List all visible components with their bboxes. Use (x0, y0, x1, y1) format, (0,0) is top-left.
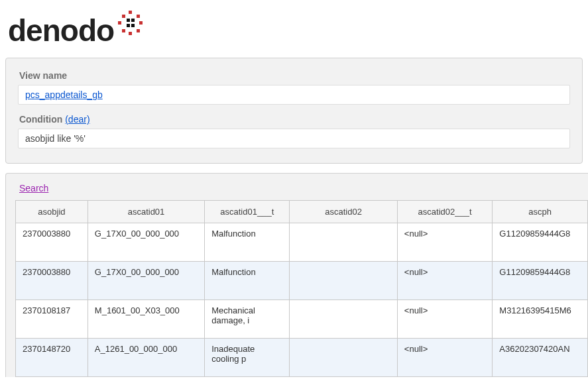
results-panel: Search asobjid ascatid01 ascatid01___t a… (5, 173, 588, 377)
cell-ascph: A36202307420AN (493, 339, 588, 377)
table-row[interactable]: 2370003880G_17X0_00_000_000Malfunction<n… (16, 262, 588, 300)
cell-ascatid02___t: <null> (397, 262, 493, 300)
table-row[interactable]: 2370003880G_17X0_00_000_000Malfunction<n… (16, 223, 588, 262)
cell-ascatid02 (290, 300, 397, 339)
view-name-value-link[interactable]: pcs_appdetails_gb (25, 89, 103, 100)
svg-rect-9 (131, 19, 135, 22)
col-asobjid[interactable]: asobjid (16, 201, 88, 223)
svg-rect-1 (137, 15, 140, 18)
condition-clear-link[interactable]: (dear) (65, 114, 89, 125)
svg-rect-8 (127, 19, 130, 22)
condition-input[interactable]: asobjid like '%' (18, 129, 570, 148)
svg-rect-6 (118, 21, 121, 25)
cell-asobjid: 2370003880 (16, 223, 88, 262)
svg-rect-10 (127, 24, 130, 27)
col-ascph[interactable]: ascph (493, 201, 588, 223)
col-ascatid01[interactable]: ascatid01 (88, 201, 204, 223)
cell-ascatid02___t: <null> (397, 300, 493, 339)
cell-ascatid02___t: <null> (397, 339, 493, 377)
cell-ascph: G11209859444G8 (493, 223, 588, 262)
cell-ascatid01: A_1261_00_000_000 (88, 339, 204, 377)
cell-ascatid02 (290, 223, 397, 262)
svg-rect-2 (139, 21, 143, 25)
results-table: asobjid ascatid01 ascatid01___t ascatid0… (15, 200, 588, 377)
cell-asobjid: 2370003880 (16, 262, 88, 300)
view-name-input[interactable]: pcs_appdetails_gb (18, 85, 570, 105)
cell-ascatid01___t: Malfunction (205, 223, 290, 262)
cell-ascatid01: G_17X0_00_000_000 (88, 223, 204, 262)
logo-block: denodo (0, 0, 588, 58)
cell-asobjid: 2370148720 (16, 339, 88, 377)
table-row[interactable]: 2370148720A_1261_00_000_000Inadequate co… (16, 339, 588, 377)
condition-value: asobjid like '%' (25, 133, 86, 144)
cell-ascatid01: M_1601_00_X03_000 (88, 300, 204, 339)
col-ascatid02[interactable]: ascatid02 (290, 201, 397, 223)
svg-rect-7 (122, 15, 125, 18)
query-panel: View name pcs_appdetails_gb Condition (d… (5, 58, 583, 164)
cell-ascatid02___t: <null> (397, 223, 493, 262)
svg-rect-5 (122, 29, 125, 32)
logo-text: denodo (8, 13, 114, 48)
cell-ascatid01___t: Mechanical damage, i (205, 300, 290, 339)
table-header-row: asobjid ascatid01 ascatid01___t ascatid0… (16, 201, 588, 223)
cell-ascph: G11209859444G8 (493, 262, 588, 300)
cell-ascph: M31216395415M6 (493, 300, 588, 339)
cell-ascatid01___t: Malfunction (205, 262, 290, 300)
cell-ascatid02 (290, 262, 397, 300)
condition-label-text: Condition (19, 114, 62, 125)
cell-ascatid01___t: Inadequate cooling p (205, 339, 290, 377)
search-link[interactable]: Search (15, 183, 48, 200)
svg-rect-3 (137, 29, 140, 32)
col-ascatid02-t[interactable]: ascatid02___t (397, 201, 493, 223)
cell-ascatid01: G_17X0_00_000_000 (88, 262, 204, 300)
logo-mark-icon (117, 9, 145, 39)
svg-rect-0 (129, 11, 132, 14)
svg-rect-11 (131, 24, 135, 27)
svg-rect-4 (129, 32, 132, 35)
cell-asobjid: 2370108187 (16, 300, 88, 339)
col-ascatid01-t[interactable]: ascatid01___t (205, 201, 290, 223)
table-row[interactable]: 2370108187M_1601_00_X03_000Mechanical da… (16, 300, 588, 339)
cell-ascatid02 (290, 339, 397, 377)
view-name-label: View name (19, 70, 570, 81)
condition-label: Condition (dear) (19, 114, 570, 125)
